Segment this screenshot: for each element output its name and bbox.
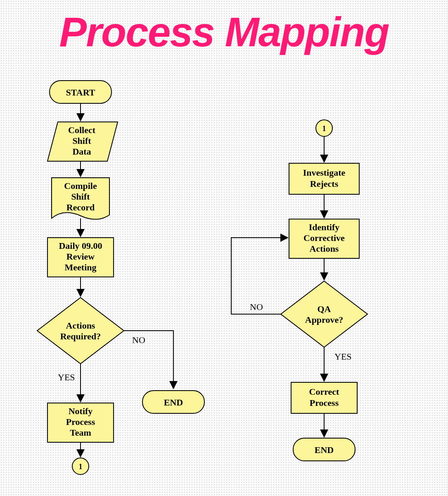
svg-text:Corrective: Corrective xyxy=(303,233,345,243)
node-end-left: END xyxy=(142,391,204,413)
svg-text:Shift: Shift xyxy=(72,136,91,146)
svg-text:Record: Record xyxy=(66,202,95,212)
svg-text:QA: QA xyxy=(318,304,331,314)
svg-text:1: 1 xyxy=(79,463,83,471)
svg-text:Review: Review xyxy=(66,251,95,262)
node-collect-shift-data: Collect Shift Data xyxy=(47,122,118,161)
edge-label-no: NO xyxy=(132,335,145,345)
svg-text:START: START xyxy=(66,87,95,98)
node-connector-1a: 1 xyxy=(72,458,89,475)
svg-text:Process: Process xyxy=(66,417,95,427)
node-investigate-rejects: Investigate Rejects xyxy=(289,163,359,194)
edge-label-no-right: NO xyxy=(250,302,263,312)
svg-text:Daily 09.00: Daily 09.00 xyxy=(59,241,102,251)
svg-text:Identify: Identify xyxy=(309,222,340,232)
page-title: Process Mapping xyxy=(0,8,448,56)
svg-marker-13 xyxy=(37,298,124,364)
svg-text:END: END xyxy=(164,397,183,408)
svg-text:Notify: Notify xyxy=(69,406,93,416)
node-correct-process: Correct Process xyxy=(291,382,357,413)
node-connector-1b: 1 xyxy=(316,120,332,136)
svg-text:Actions: Actions xyxy=(66,320,95,331)
svg-text:Approve?: Approve? xyxy=(305,315,344,325)
node-review-meeting: Daily 09.00 Review Meeting xyxy=(47,238,114,277)
svg-text:Shift: Shift xyxy=(71,191,90,202)
node-identify-corrective-actions: Identify Corrective Actions xyxy=(289,219,359,258)
svg-text:Collect: Collect xyxy=(68,125,96,135)
svg-text:Meeting: Meeting xyxy=(65,262,97,272)
svg-text:Correct: Correct xyxy=(309,386,340,397)
svg-text:Required?: Required? xyxy=(60,331,101,341)
svg-text:Actions: Actions xyxy=(310,243,339,254)
svg-text:Compile: Compile xyxy=(64,181,97,191)
svg-text:Team: Team xyxy=(70,427,91,438)
node-notify-process-team: Notify Process Team xyxy=(47,403,114,442)
svg-text:END: END xyxy=(315,445,334,455)
node-actions-required: Actions Required? xyxy=(37,298,124,364)
node-start: START xyxy=(50,81,111,103)
edge-label-yes: YES xyxy=(58,372,75,382)
node-qa-approve: QA Approve? xyxy=(281,281,367,347)
node-compile-shift-record: Compile Shift Record xyxy=(52,178,109,219)
svg-text:Rejects: Rejects xyxy=(310,179,339,189)
svg-text:Data: Data xyxy=(72,146,91,157)
node-end-right: END xyxy=(293,438,355,461)
flowchart-canvas: START Collect Shift Data Compile Shift R… xyxy=(0,0,448,496)
svg-text:Process: Process xyxy=(310,398,339,408)
svg-text:Investigate: Investigate xyxy=(303,167,346,178)
svg-text:1: 1 xyxy=(322,124,326,133)
arrow-no xyxy=(124,331,173,389)
edge-label-yes-right: YES xyxy=(334,351,352,362)
svg-marker-33 xyxy=(281,281,367,347)
